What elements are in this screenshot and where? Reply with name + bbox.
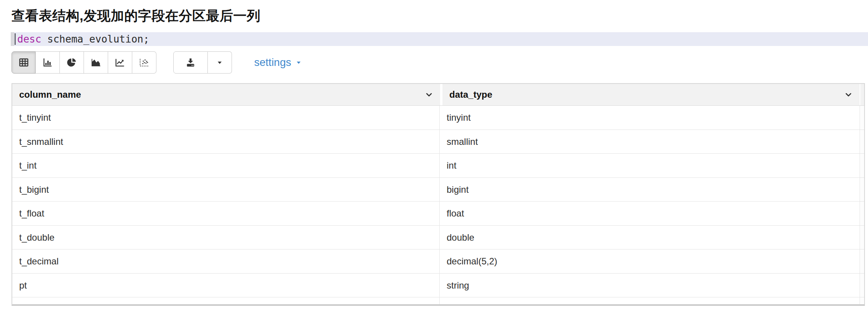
cell-column-name: t_bigint [12, 178, 440, 202]
notebook-paragraph: 查看表结构,发现加的字段在分区最后一列 desc schema_evolutio… [0, 0, 868, 315]
bar-chart-icon [42, 57, 53, 68]
header-data-type: data_type [442, 84, 860, 105]
header-column-name: column_name [12, 84, 440, 105]
result-table: column_name data_type t_tinyint tinyint [12, 83, 865, 306]
table-row-clipped [12, 297, 864, 306]
table-row: t_bigint bigint [12, 177, 864, 202]
scrollbar-track[interactable] [860, 106, 864, 130]
code-editor[interactable]: desc schema_evolution; [11, 32, 868, 46]
code-line: desc schema_evolution; [17, 32, 149, 46]
line-chart-button[interactable] [108, 51, 132, 74]
cell-data-type: float [440, 202, 860, 225]
table-header-row: column_name data_type [12, 84, 864, 105]
table-row: t_float float [12, 201, 864, 225]
cell-data-type: string [440, 274, 860, 297]
settings-label: settings [254, 56, 291, 69]
sql-statement: schema_evolution; [41, 33, 150, 45]
cell-data-type [440, 297, 860, 306]
settings-caret-icon [295, 56, 302, 69]
cell-data-type: tinyint [440, 106, 860, 130]
scrollbar-track[interactable] [860, 178, 864, 202]
download-options-button[interactable] [208, 51, 232, 74]
cell-data-type: decimal(5,2) [440, 249, 860, 273]
editor-gutter [11, 32, 14, 46]
scatter-chart-button[interactable] [132, 51, 156, 74]
table-row: t_decimal decimal(5,2) [12, 249, 864, 273]
scrollbar-track[interactable] [860, 202, 864, 225]
table-row: t_double double [12, 225, 864, 249]
line-chart-icon [114, 57, 126, 68]
header-label: data_type [449, 89, 492, 100]
caret-down-icon [215, 58, 224, 67]
cell-column-name: t_int [12, 154, 440, 177]
table-row: t_tinyint tinyint [12, 105, 864, 130]
cell-column-name: t_snmallint [12, 130, 440, 154]
cell-column-name: pt [12, 274, 440, 297]
page-title: 查看表结构,发现加的字段在分区最后一列 [12, 7, 260, 25]
cell-data-type: int [440, 154, 860, 177]
scrollbar-track[interactable] [860, 249, 864, 273]
column-menu-icon[interactable] [424, 90, 434, 100]
cell-data-type: smallint [440, 130, 860, 154]
bar-chart-button[interactable] [36, 51, 60, 74]
table-icon [18, 57, 30, 68]
area-chart-button[interactable] [84, 51, 108, 74]
scrollbar-track[interactable] [860, 274, 864, 297]
sql-keyword: desc [17, 33, 41, 45]
scatter-chart-icon [138, 57, 150, 68]
column-menu-icon[interactable] [843, 90, 853, 100]
table-row: t_int int [12, 153, 864, 177]
scrollbar-track[interactable] [860, 84, 864, 105]
cell-column-name: t_tinyint [12, 106, 440, 130]
settings-dropdown[interactable]: settings [254, 56, 302, 69]
pie-chart-button[interactable] [60, 51, 84, 74]
table-row: pt string [12, 273, 864, 297]
cell-column-name: t_double [12, 226, 440, 249]
download-icon [184, 57, 197, 68]
scrollbar-track[interactable] [860, 130, 864, 154]
visualization-toolbar: settings [12, 51, 302, 74]
pie-chart-icon [66, 57, 77, 68]
download-button[interactable] [173, 51, 208, 74]
cell-column-name: t_decimal [12, 249, 440, 273]
editor-cursor [15, 33, 16, 45]
scrollbar-track[interactable] [860, 226, 864, 249]
header-label: column_name [19, 89, 81, 100]
table-body: t_tinyint tinyint t_snmallint smallint t… [12, 105, 864, 306]
area-chart-icon [90, 57, 102, 68]
table-view-button[interactable] [12, 51, 36, 74]
cell-column-name [12, 297, 440, 306]
download-group [173, 51, 232, 74]
table-row: t_snmallint smallint [12, 130, 864, 154]
scrollbar-track[interactable] [860, 154, 864, 177]
cell-data-type: bigint [440, 178, 860, 202]
scrollbar-track[interactable] [860, 297, 864, 306]
chart-type-group [12, 51, 156, 74]
cell-data-type: double [440, 226, 860, 249]
cell-column-name: t_float [12, 202, 440, 225]
